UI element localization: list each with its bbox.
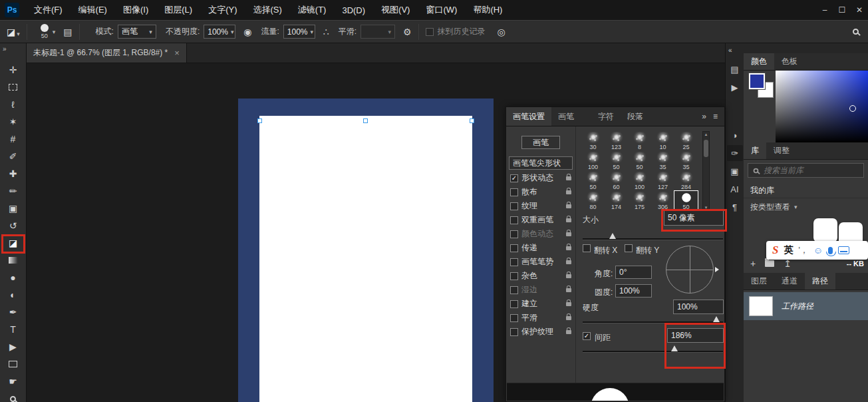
preset-scrollbar[interactable]: ▴ ▾: [702, 131, 710, 211]
brush-option-10[interactable]: 建立: [506, 297, 575, 311]
emoji-icon[interactable]: ☺: [813, 245, 823, 256]
work-path-row[interactable]: 工作路径: [744, 292, 868, 320]
brush-preset-1[interactable]: 30: [581, 131, 605, 151]
brush-preset-15[interactable]: 284: [674, 171, 698, 191]
angle-input[interactable]: [615, 266, 652, 279]
brush-preset-13[interactable]: 100: [628, 171, 651, 191]
blur-tool[interactable]: ●: [5, 269, 22, 286]
foreground-swatch[interactable]: [749, 73, 765, 89]
spacing-slider[interactable]: [583, 351, 723, 352]
angle-dial[interactable]: [666, 246, 714, 294]
lock-icon[interactable]: [566, 246, 571, 250]
eraser-tool[interactable]: ◪: [5, 234, 22, 252]
sogou-logo[interactable]: S: [772, 244, 778, 257]
gear-icon[interactable]: ⚙: [403, 27, 412, 37]
toggle-brush-panel-icon[interactable]: ▤: [63, 27, 72, 37]
search-icon[interactable]: [853, 29, 859, 35]
color-picker-cursor[interactable]: [849, 105, 856, 112]
opacity-select[interactable]: 100% ▾: [204, 25, 235, 39]
pen-tool[interactable]: ✒: [5, 303, 22, 321]
brush-panel-tab-2[interactable]: 画笔: [551, 107, 581, 126]
pressure-opacity-icon[interactable]: ◉: [243, 27, 251, 37]
brush-option-checkbox[interactable]: [510, 216, 518, 224]
layers-tab-3[interactable]: 路径: [805, 273, 835, 290]
brush-panel-tab-4[interactable]: 段落: [621, 107, 650, 126]
brush-option-8[interactable]: 杂色: [506, 269, 575, 283]
menubar-item-5[interactable]: 文字(Y): [200, 0, 245, 20]
brush-size-input[interactable]: [664, 210, 724, 226]
scroll-up-icon[interactable]: ▴: [705, 132, 708, 137]
brush-option-7[interactable]: 画笔笔势: [506, 255, 575, 269]
menubar-item-4[interactable]: 图层(L): [156, 0, 200, 20]
brush-option-checkbox[interactable]: [510, 272, 518, 280]
menubar-item-1[interactable]: 文件(F): [26, 0, 71, 20]
history-brush-tool[interactable]: ↺: [5, 217, 22, 234]
brush-panel-tab-1[interactable]: 画笔设置: [506, 107, 551, 126]
brush-preset-picker[interactable]: 50: [37, 24, 53, 39]
lock-icon[interactable]: [566, 330, 571, 334]
brush-option-checkbox[interactable]: [510, 300, 518, 308]
close-button[interactable]: ✕: [851, 5, 868, 15]
brush-preset-5[interactable]: 25: [674, 131, 698, 151]
menubar-item-6[interactable]: 选择(S): [245, 0, 289, 20]
gradient-tool[interactable]: [5, 252, 22, 269]
dodge-tool[interactable]: ◐: [5, 286, 22, 303]
document-page[interactable]: [259, 116, 472, 402]
move-tool[interactable]: ✛: [5, 61, 22, 79]
hardness-slider-thumb[interactable]: [713, 316, 720, 322]
hardness-slider[interactable]: [583, 321, 723, 323]
spacing-checkbox[interactable]: ✓: [583, 332, 591, 340]
brush-option-1[interactable]: ✓形状动态: [506, 171, 575, 185]
ime-punctuation[interactable]: '，: [798, 245, 807, 256]
crop-tool[interactable]: #: [5, 130, 22, 148]
menubar-item-7[interactable]: 滤镜(T): [290, 0, 335, 20]
brushes-button[interactable]: 画笔: [521, 136, 560, 149]
spacing-input[interactable]: [667, 328, 724, 343]
library-search-input[interactable]: [764, 166, 859, 175]
color-spectrum[interactable]: [776, 71, 868, 142]
brush-option-checkbox[interactable]: [510, 286, 518, 294]
panel-collapse-icon[interactable]: »: [702, 112, 706, 121]
document-tab[interactable]: 未标题-1 @ 66.7% (图层 1, RGB/8#) * ×: [27, 43, 187, 63]
brush-preset-12[interactable]: 60: [605, 171, 628, 191]
layers-tab-2[interactable]: 通道: [774, 273, 805, 290]
size-slider-thumb[interactable]: [609, 233, 616, 239]
brush-option-checkbox[interactable]: [510, 188, 518, 196]
brush-option-checkbox[interactable]: [510, 202, 518, 210]
brush-option-checkbox[interactable]: [510, 258, 518, 266]
brush-preset-3[interactable]: 8: [628, 131, 651, 151]
path-selection-tool[interactable]: ▶: [5, 338, 22, 355]
library-item[interactable]: [813, 218, 837, 242]
menubar-item-2[interactable]: 编辑(E): [71, 0, 115, 20]
brush-option-checkbox[interactable]: [510, 314, 518, 322]
menubar-item-10[interactable]: 窗口(W): [418, 0, 465, 20]
brush-tip-shape-item[interactable]: 画笔笔尖形状: [509, 156, 573, 170]
minimize-button[interactable]: –: [816, 5, 833, 15]
flow-select[interactable]: 100% ▾: [283, 25, 315, 39]
brush-preset-16[interactable]: 80: [581, 191, 605, 211]
brush-option-4[interactable]: 双重画笔: [506, 213, 575, 227]
lasso-tool[interactable]: ℓ: [5, 96, 22, 113]
brush-preset-19[interactable]: 306: [651, 191, 674, 211]
add-library-item-icon[interactable]: +: [750, 258, 756, 269]
adjustments-panel-icon[interactable]: ◑: [727, 127, 743, 143]
libraries-tab-1[interactable]: 库: [744, 142, 766, 159]
size-slider[interactable]: [583, 238, 723, 240]
pressure-size-icon[interactable]: ◎: [498, 27, 506, 37]
properties-panel-icon[interactable]: ▤: [727, 61, 743, 77]
brush-tool[interactable]: ✏: [5, 182, 22, 200]
lock-icon[interactable]: [566, 288, 571, 292]
brush-preset-7[interactable]: 50: [605, 151, 628, 171]
brush-preset-14[interactable]: 127: [651, 171, 674, 191]
brush-option-11[interactable]: 平滑: [506, 311, 575, 325]
menubar-item-9[interactable]: 视图(V): [373, 0, 418, 20]
brush-option-12[interactable]: 保护纹理: [506, 325, 575, 339]
brush-option-checkbox[interactable]: [510, 230, 518, 238]
lock-icon[interactable]: [566, 190, 571, 194]
brush-option-6[interactable]: 传递: [506, 241, 575, 255]
character-panel-icon[interactable]: AI: [727, 181, 743, 197]
menubar-item-11[interactable]: 帮助(H): [465, 0, 510, 20]
mode-select[interactable]: 画笔 ▾: [118, 25, 156, 39]
scrollbar-thumb[interactable]: [704, 140, 708, 157]
clone-source-panel-icon[interactable]: ▣: [727, 163, 743, 179]
